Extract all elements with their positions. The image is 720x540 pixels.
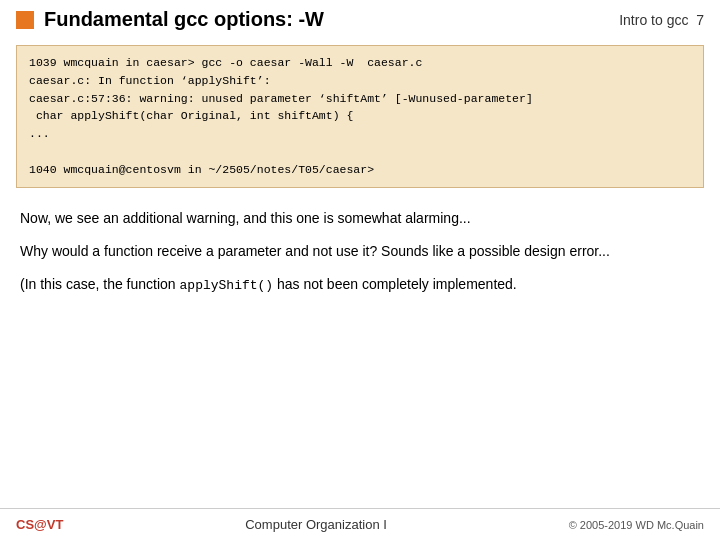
paragraph-3: (In this case, the function applyShift()… [20,274,700,296]
content-area: Now, we see an additional warning, and t… [0,198,720,318]
section-label: Intro to gcc [619,12,688,28]
code-line-5: ... [29,125,691,143]
paragraph-2: Why would a function receive a parameter… [20,241,700,262]
code-line-2: caesar.c: In function ‘applyShift’: [29,72,691,90]
code-block: 1039 wmcquain in caesar> gcc -o caesar -… [16,45,704,188]
header-section: Intro to gcc 7 [619,12,704,28]
paragraph-3-before: (In this case, the function [20,276,180,292]
header-accent-box [16,11,34,29]
footer-left: CS@VT [16,517,63,532]
code-line-1: 1039 wmcquain in caesar> gcc -o caesar -… [29,54,691,72]
page-title: Fundamental gcc options: -W [44,8,619,31]
footer-right: © 2005-2019 WD Mc.Quain [569,519,704,531]
code-line-blank [29,143,691,161]
code-line-3: caesar.c:57:36: warning: unused paramete… [29,90,691,108]
code-line-6: 1040 wmcquain@centosvm in ~/2505/notes/T… [29,161,691,179]
footer-center: Computer Organization I [245,517,387,532]
paragraph-3-code: applyShift() [180,278,274,293]
paragraph-3-after: has not been completely implemented. [273,276,517,292]
header: Fundamental gcc options: -W Intro to gcc… [0,0,720,39]
slide-number: 7 [696,12,704,28]
footer: CS@VT Computer Organization I © 2005-201… [0,508,720,540]
code-line-4: char applyShift(char Original, int shift… [29,107,691,125]
paragraph-1: Now, we see an additional warning, and t… [20,208,700,229]
